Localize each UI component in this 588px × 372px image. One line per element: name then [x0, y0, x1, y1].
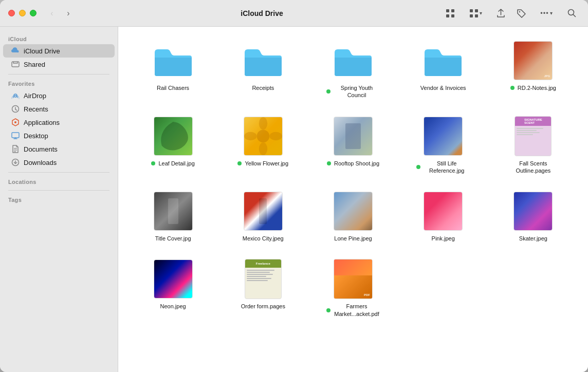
- file-item-vendor[interactable]: Vendor & Invoices: [401, 37, 486, 102]
- file-item-rooftop[interactable]: Rooftop Shoot.jpg: [310, 113, 395, 178]
- file-item-title-cover[interactable]: Title Cover.jpg: [131, 188, 215, 245]
- applications-icon: [11, 118, 20, 126]
- sidebar-divider-3: [8, 190, 109, 191]
- file-item-rail-chasers[interactable]: Rail Chasers: [131, 37, 215, 102]
- file-item-receipts[interactable]: Receipts: [220, 37, 305, 102]
- toolbar-right: ▾ ••• ▾: [442, 6, 580, 21]
- sync-dot-flower: [237, 161, 242, 165]
- file-name-spring-youth: Spring Youth Council: [326, 84, 380, 99]
- thumb-rd2-notes: JPG: [512, 40, 554, 81]
- folder-thumb-receipts: [243, 40, 284, 81]
- back-button[interactable]: ‹: [45, 6, 59, 21]
- file-area: Rail Chasers Receipts: [118, 27, 588, 372]
- file-item-order-form[interactable]: Freelance Order form.: [220, 255, 305, 321]
- file-name-lone-pine: Lone Pine.jpeg: [334, 235, 372, 242]
- titlebar: ‹ › iCloud Drive ▾: [0, 0, 588, 27]
- sidebar-item-recents[interactable]: Recents: [3, 102, 115, 116]
- file-item-still-life[interactable]: Still Life Reference.jpg: [401, 113, 486, 178]
- file-item-leaf-detail[interactable]: Leaf Detail.jpg: [131, 113, 215, 178]
- file-item-skater[interactable]: Skater.jpeg: [491, 188, 576, 245]
- sidebar-item-shared[interactable]: Shared: [3, 58, 115, 71]
- search-button[interactable]: [563, 6, 580, 21]
- share-button[interactable]: [492, 6, 509, 21]
- forward-button[interactable]: ›: [61, 6, 76, 21]
- file-item-fall-scents[interactable]: SIGNATURESCENT Fall Scents Outline.pages: [491, 113, 576, 178]
- more-button[interactable]: ••• ▾: [534, 6, 559, 21]
- svg-point-21: [256, 129, 269, 142]
- file-grid: Rail Chasers Receipts: [131, 37, 576, 321]
- shared-icon: [11, 60, 20, 68]
- tags-section-label: Tags: [0, 194, 118, 205]
- file-item-pink[interactable]: Pink.jpeg: [401, 188, 486, 245]
- sync-dot-rooftop: [327, 161, 331, 165]
- thumb-skater: [512, 191, 554, 232]
- sidebar-item-icloud-drive[interactable]: iCloud Drive: [3, 44, 115, 58]
- file-item-farmers-market[interactable]: PDF Farmers Market...acket.pdf: [310, 255, 395, 321]
- thumb-fall-scents: SIGNATURESCENT: [512, 116, 554, 157]
- file-name-mexico-city: Mexico City.jpeg: [243, 235, 284, 242]
- sidebar-label-downloads: Downloads: [24, 159, 57, 166]
- sidebar-item-documents[interactable]: Documents: [3, 142, 115, 156]
- thumb-leaf-detail: [153, 116, 194, 157]
- sidebar-label-icloud-drive: iCloud Drive: [24, 47, 60, 55]
- view-list-button[interactable]: ▾: [463, 6, 488, 21]
- svg-rect-11: [12, 62, 19, 67]
- file-item-rd2-notes[interactable]: JPG RD.2-Notes.jpg: [491, 37, 576, 102]
- file-item-yellow-flower[interactable]: Yellow Flower.jpg: [220, 113, 305, 178]
- file-name-still-life: Still Life Reference.jpg: [416, 160, 470, 175]
- file-item-spring-youth[interactable]: Spring Youth Council: [310, 37, 395, 102]
- file-name-rooftop: Rooftop Shoot.jpg: [327, 160, 379, 167]
- sidebar-divider-1: [8, 74, 109, 75]
- svg-rect-3: [451, 14, 454, 17]
- sync-dot-rd2: [510, 86, 514, 90]
- favorites-section-label: Favorites: [0, 78, 118, 89]
- svg-point-22: [259, 117, 267, 130]
- svg-point-24: [244, 132, 257, 140]
- thumb-order-form: Freelance: [243, 258, 284, 300]
- maximize-button[interactable]: [30, 10, 36, 16]
- file-name-receipts: Receipts: [252, 84, 274, 91]
- sidebar-label-recents: Recents: [24, 105, 48, 113]
- svg-rect-7: [475, 14, 478, 17]
- nav-buttons: ‹ ›: [45, 6, 76, 21]
- sidebar-item-applications[interactable]: Applications: [3, 116, 115, 129]
- file-name-farmers-market: Farmers Market...acket.pdf: [326, 303, 380, 318]
- sidebar-item-downloads[interactable]: Downloads: [3, 156, 115, 169]
- minimize-button[interactable]: [19, 10, 26, 16]
- sync-dot-leaf: [151, 161, 155, 165]
- close-button[interactable]: [8, 10, 15, 16]
- sidebar-item-airdrop[interactable]: AirDrop: [3, 89, 115, 102]
- sidebar-divider-2: [8, 172, 109, 173]
- svg-rect-15: [12, 133, 19, 138]
- file-item-neon[interactable]: Neon.jpeg: [131, 255, 215, 321]
- sidebar: iCloud iCloud Drive Shared: [0, 27, 118, 372]
- svg-point-25: [269, 132, 282, 140]
- sidebar-label-desktop: Desktop: [24, 132, 48, 140]
- svg-rect-4: [470, 9, 473, 12]
- file-name-rd2-notes: RD.2-Notes.jpg: [510, 84, 556, 91]
- downloads-icon: [11, 158, 20, 166]
- tag-button[interactable]: [513, 6, 529, 21]
- file-name-neon: Neon.jpeg: [160, 303, 186, 310]
- file-name-fall-scents: Fall Scents Outline.pages: [510, 160, 556, 175]
- svg-point-23: [259, 142, 267, 155]
- thumb-neon: [153, 258, 194, 300]
- folder-thumb-rail-chasers: [153, 40, 194, 81]
- desktop-icon: [11, 132, 20, 140]
- file-item-lone-pine[interactable]: Lone Pine.jpeg: [310, 188, 395, 245]
- file-name-rail-chasers: Rail Chasers: [157, 84, 189, 91]
- view-icon-button[interactable]: [442, 6, 458, 21]
- traffic-lights: [8, 10, 36, 16]
- sidebar-item-desktop[interactable]: Desktop: [3, 129, 115, 142]
- svg-line-10: [573, 14, 576, 17]
- finder-window: ‹ › iCloud Drive ▾: [0, 0, 588, 372]
- window-title: iCloud Drive: [82, 9, 442, 17]
- documents-icon: [11, 145, 20, 153]
- file-item-mexico-city[interactable]: Mexico City.jpeg: [220, 188, 305, 245]
- svg-point-14: [14, 121, 16, 123]
- thumb-still-life: [422, 116, 464, 157]
- file-name-vendor: Vendor & Invoices: [420, 84, 466, 91]
- file-name-pink: Pink.jpeg: [432, 235, 455, 242]
- svg-point-8: [519, 11, 520, 12]
- thumb-rooftop: [333, 116, 374, 157]
